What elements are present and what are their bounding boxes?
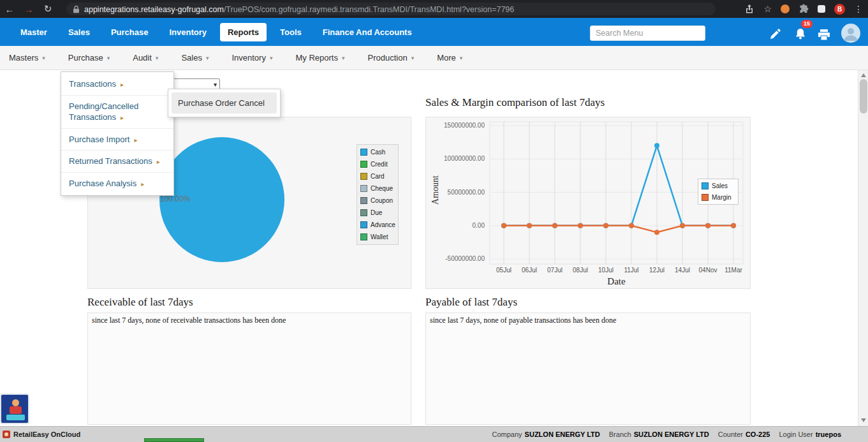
menu-item-purchase-analysis[interactable]: Purchase Analysis▸ — [61, 173, 173, 195]
user-avatar[interactable] — [841, 24, 860, 45]
menu-item-label: Purchase Import — [69, 135, 129, 144]
subnav-item-purchase[interactable]: Purchase▾ — [68, 53, 110, 63]
payable-message: since last 7 days, none of payable trans… — [426, 313, 750, 328]
browser-chrome: ← → ↻ appintegrations.retaileasy-gofruga… — [0, 0, 868, 18]
app-name: RetailEasy OnCloud — [13, 431, 80, 438]
payable-panel: since last 7 days, none of payable trans… — [425, 313, 751, 425]
legend-item-due: Due — [360, 209, 395, 216]
printer-icon[interactable] — [818, 29, 830, 43]
login-user-label: Login User — [779, 431, 813, 438]
legend-label: Sales — [712, 182, 728, 189]
browser-refresh-icon[interactable]: ↻ — [38, 3, 57, 15]
submenu-arrow-icon: ▸ — [121, 114, 124, 121]
legend-label: Coupon — [371, 197, 393, 204]
chat-character-body — [10, 406, 22, 414]
sales-margin-panel: 150000000.00100000000.0050000000.000.00-… — [425, 117, 751, 289]
app-icon — [3, 431, 10, 438]
url-domain: appintegrations.retaileasy-gofrugal.com — [84, 5, 224, 14]
legend-swatch — [360, 209, 367, 216]
search-input[interactable] — [590, 26, 705, 41]
menu-item-returned-transactions[interactable]: Returned Transactions▸ — [61, 151, 173, 173]
menu-item-purchase-import[interactable]: Purchase Import▸ — [61, 129, 173, 151]
extensions-puzzle-icon[interactable] — [798, 4, 809, 14]
submenu-arrow-icon: ▸ — [134, 136, 137, 144]
sales-margin-title: Sales & Margin comparison of last 7days — [425, 96, 605, 109]
notifications-bell-icon[interactable] — [793, 27, 807, 43]
legend-swatch — [360, 197, 367, 204]
extension-b-icon[interactable]: B — [834, 4, 845, 15]
legend-label: Cheque — [371, 185, 393, 192]
receivable-panel: since last 7 days, none of receivable tr… — [87, 313, 411, 425]
svg-text:0.00: 0.00 — [473, 222, 485, 229]
nav-item-reports[interactable]: Reports — [220, 23, 267, 41]
nav-item-master[interactable]: Master — [13, 23, 55, 41]
chevron-down-icon: ▾ — [270, 55, 273, 61]
svg-text:04Nov: 04Nov — [699, 267, 717, 274]
pie-legend: CashCreditCardChequeCouponDueAdvanceWall… — [357, 144, 399, 245]
nav-item-sales[interactable]: Sales — [61, 23, 98, 41]
subnav-item-masters[interactable]: Masters▾ — [9, 53, 45, 63]
nav-item-purchase[interactable]: Purchase — [103, 23, 156, 41]
status-bar: RetailEasy OnCloud CompanySUZLON ENERGY … — [0, 426, 868, 442]
chevron-down-icon: ▾ — [107, 55, 110, 61]
chat-laptop-icon — [6, 415, 25, 420]
legend-swatch — [702, 182, 709, 189]
browser-menu-icon[interactable]: ⋮ — [854, 4, 863, 14]
menu-item-label: Purchase Analysis — [69, 179, 136, 188]
nav-item-finance-and-accounts[interactable]: Finance And Accounts — [315, 23, 420, 41]
svg-text:100000000.00: 100000000.00 — [444, 155, 485, 162]
purchase-dropdown-menu: Transactions▸Pending/Cancelled Transacti… — [61, 71, 174, 196]
legend-item-cash: Cash — [360, 149, 395, 156]
extension-orange-icon[interactable] — [781, 4, 790, 13]
subnav-item-audit[interactable]: Audit▾ — [133, 53, 158, 63]
legend-label: Wallet — [371, 233, 388, 240]
chevron-down-icon: ▾ — [411, 55, 415, 61]
bookmark-star-icon[interactable]: ☆ — [763, 4, 772, 14]
submenu-item-purchase-order-cancel[interactable]: Purchase Order Cancel — [172, 92, 277, 114]
subnav-label: Inventory — [232, 53, 265, 63]
x-axis-title: Date — [490, 276, 743, 287]
subnav-item-production[interactable]: Production▾ — [367, 53, 414, 63]
subnav-item-inventory[interactable]: Inventory▾ — [232, 53, 272, 63]
legend-item-wallet: Wallet — [360, 233, 395, 240]
legend-swatch — [360, 233, 367, 240]
legend-label: Cash — [371, 149, 385, 156]
chart-legend: SalesMargin — [698, 179, 739, 205]
subnav-item-sales[interactable]: Sales▾ — [181, 53, 209, 63]
browser-back-icon[interactable]: ← — [0, 4, 19, 15]
menu-item-label: Transactions — [69, 79, 116, 89]
svg-text:07Jul: 07Jul — [547, 267, 563, 274]
menu-item-transactions[interactable]: Transactions▸ — [61, 73, 173, 96]
scrollbar[interactable] — [858, 70, 868, 426]
legend-item-cheque: Cheque — [360, 185, 395, 192]
scroll-down-icon[interactable] — [861, 418, 866, 422]
legend-item-margin: Margin — [702, 194, 735, 201]
subnav-label: Masters — [9, 53, 38, 63]
support-chat-widget[interactable] — [0, 394, 29, 424]
svg-text:150000000.00: 150000000.00 — [444, 122, 485, 129]
menu-item-label: Returned Transactions — [69, 156, 152, 166]
screen: ← → ↻ appintegrations.retaileasy-gofruga… — [0, 0, 868, 442]
subnav-item-more[interactable]: More▾ — [437, 53, 462, 63]
legend-swatch — [360, 173, 367, 180]
brush-icon[interactable] — [769, 28, 781, 43]
address-bar[interactable]: appintegrations.retaileasy-gofrugal.com/… — [66, 3, 716, 15]
branch-label: Branch — [609, 431, 631, 438]
legend-item-card: Card — [360, 173, 395, 180]
svg-text:11Mar: 11Mar — [725, 267, 742, 274]
scroll-thumb[interactable] — [860, 79, 867, 114]
nav-item-tools[interactable]: Tools — [272, 23, 309, 41]
nav-items: MasterSalesPurchaseInventoryReportsTools… — [13, 18, 420, 46]
extension-square-icon[interactable] — [818, 5, 825, 13]
share-icon[interactable] — [744, 4, 754, 14]
legend-swatch — [702, 194, 709, 201]
legend-label: Credit — [371, 161, 388, 168]
scroll-up-icon[interactable] — [861, 73, 866, 77]
counter-label: Counter — [718, 431, 743, 438]
browser-forward-icon[interactable]: → — [19, 4, 38, 15]
nav-item-inventory[interactable]: Inventory — [161, 23, 214, 41]
payable-title: Payable of last 7days — [425, 296, 517, 309]
subnav-item-my-reports[interactable]: My Reports▾ — [295, 53, 344, 63]
company-label: Company — [492, 431, 522, 438]
menu-item-pending-cancelled-transactions[interactable]: Pending/Cancelled Transactions▸ — [61, 96, 173, 129]
